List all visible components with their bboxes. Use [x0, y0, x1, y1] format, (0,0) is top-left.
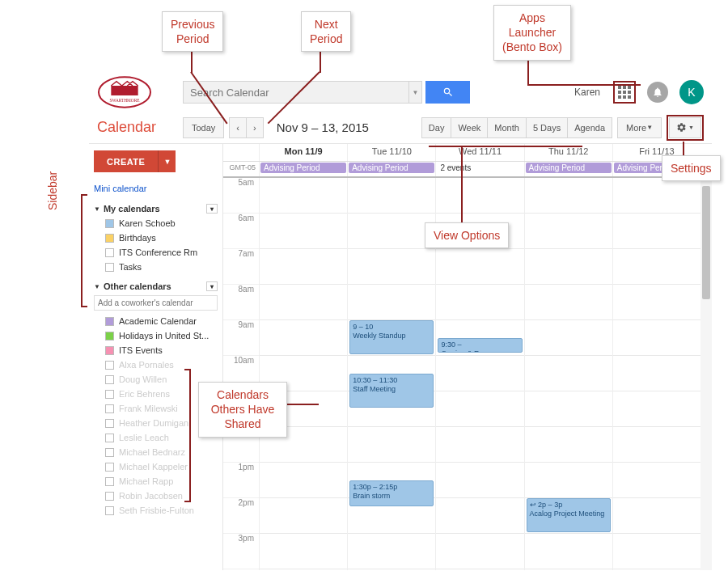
allday-event[interactable]: Advising Period [349, 163, 434, 173]
date-range: Nov 9 – 13, 2015 [277, 121, 369, 134]
time-label: 3pm [223, 534, 259, 569]
calendar-item[interactable]: Tasks [94, 260, 218, 274]
day-column[interactable] [612, 178, 700, 570]
calendar-item[interactable]: Holidays in United St... [94, 328, 218, 343]
svg-rect-1 [111, 86, 138, 95]
calendar-event[interactable]: ↩ 2p – 3pAcalog Project Meeting [527, 498, 611, 532]
triangle-down-icon: ▼ [94, 205, 100, 213]
view-day[interactable]: Day [421, 117, 452, 138]
scrollbar[interactable] [700, 178, 712, 570]
user-name: Karen [574, 87, 600, 98]
calendar-checkbox[interactable] [105, 375, 114, 384]
calendar-checkbox[interactable] [105, 346, 114, 355]
calendar-checkbox[interactable] [105, 492, 114, 501]
calendar-item[interactable]: ITS Conference Rm [94, 245, 218, 260]
topbar: SWARTHMORE ▼ Karen K [89, 73, 712, 112]
allday-summary[interactable]: 2 events [437, 163, 523, 173]
add-coworker-input[interactable] [94, 295, 218, 311]
next-period-button[interactable]: › [246, 117, 264, 138]
today-button[interactable]: Today [183, 117, 224, 138]
my-calendars-header[interactable]: ▼ My calendars ▾ [94, 201, 218, 216]
time-label: 6am [223, 214, 259, 249]
view-month[interactable]: Month [488, 117, 527, 138]
allday-event[interactable]: Advising Period [526, 163, 612, 173]
settings-button[interactable]: ▼ [669, 117, 701, 138]
calendar-item[interactable]: Robin Jacobsen [94, 489, 218, 503]
calendar-item[interactable]: ITS Events [94, 343, 218, 357]
scroll-thumb[interactable] [702, 186, 710, 299]
create-button[interactable]: CREATE [94, 150, 158, 172]
annotation-apps-launcher: Apps Launcher (Bento Box) [493, 5, 571, 61]
app-title: Calendar [97, 119, 178, 136]
other-calendars-menu[interactable]: ▾ [206, 281, 218, 291]
calendar-event[interactable]: 9:30 –Corrine & E [438, 338, 522, 353]
my-calendars-menu[interactable]: ▾ [206, 204, 218, 214]
allday-event[interactable]: Advising Period [260, 163, 346, 173]
mini-calendar-link[interactable]: Mini calendar [94, 180, 218, 197]
time-label: 8am [223, 285, 259, 320]
apps-grid-icon [618, 86, 631, 99]
notifications-button[interactable] [647, 82, 668, 103]
calendar-item[interactable]: Michael Kappeler [94, 459, 218, 474]
calendar-event[interactable]: 9 – 10Weekly Standup [349, 320, 434, 354]
calendar-checkbox[interactable] [105, 404, 114, 413]
calendar-grid: Mon 11/9 Tue 11/10 Wed 11/11 Thu 11/12 F… [222, 144, 712, 570]
calendar-checkbox[interactable] [105, 419, 114, 428]
search-button[interactable] [425, 81, 470, 104]
annotation-shared: Calendars Others Have Shared [198, 382, 287, 438]
calendar-checkbox[interactable] [105, 263, 114, 272]
toolbar: Calendar Today ‹ › Nov 9 – 13, 2015 Day … [89, 112, 712, 144]
calendar-item[interactable]: Michael Bednarz [94, 445, 218, 459]
calendar-event[interactable]: 10:30 – 11:30Staff Meeting [349, 374, 434, 408]
user-avatar[interactable]: K [679, 80, 704, 104]
day-header[interactable]: Tue 11/10 [347, 144, 435, 161]
calendar-checkbox[interactable] [105, 361, 114, 370]
calendar-item[interactable]: Karen Schoeb [94, 216, 218, 231]
annotation-next-period: Next Period [301, 11, 351, 52]
time-label: 1pm [223, 463, 259, 498]
prev-period-button[interactable]: ‹ [229, 117, 246, 138]
day-header[interactable]: Mon 11/9 [259, 144, 347, 161]
calendar-checkbox[interactable] [105, 234, 114, 243]
bell-icon [652, 87, 663, 98]
search-input[interactable] [183, 81, 409, 104]
time-label: 5am [223, 178, 259, 214]
day-column[interactable]: 9 – 10Weekly Standup10:30 – 11:30Staff M… [347, 178, 435, 570]
calendar-checkbox[interactable] [105, 317, 114, 326]
calendar-item[interactable]: Seth Frisbie-Fulton [94, 503, 218, 518]
annotation-prev-period: Previous Period [162, 11, 223, 52]
view-5days[interactable]: 5 Days [527, 117, 568, 138]
annotation-view-options: View Options [425, 222, 509, 248]
calendar-checkbox[interactable] [105, 390, 114, 399]
calendar-checkbox[interactable] [105, 219, 114, 228]
calendar-checkbox[interactable] [105, 448, 114, 457]
other-calendars-header[interactable]: ▼ Other calendars ▾ [94, 279, 218, 294]
chevron-right-icon: › [253, 123, 256, 133]
time-label: 2pm [223, 498, 259, 534]
view-week[interactable]: Week [451, 117, 488, 138]
timezone-label: GMT-05 [223, 162, 259, 176]
svg-text:SWARTHMORE: SWARTHMORE [110, 98, 140, 103]
calendar-item[interactable]: Birthdays [94, 231, 218, 245]
more-button[interactable]: More ▼ [617, 117, 662, 138]
calendar-event[interactable]: 1:30p – 2:15pBrain storm [349, 480, 434, 506]
view-options: Day Week Month 5 Days Agenda [421, 117, 612, 138]
calendar-checkbox[interactable] [105, 506, 114, 515]
calendar-checkbox[interactable] [105, 477, 114, 486]
calendar-checkbox[interactable] [105, 248, 114, 257]
calendar-checkbox[interactable] [105, 332, 114, 341]
search-dropdown[interactable]: ▼ [409, 81, 422, 104]
shared-bracket [184, 369, 191, 502]
day-column[interactable]: ↩ 2p – 3pAcalog Project Meeting [524, 178, 612, 570]
create-dropdown[interactable]: ▼ [158, 150, 176, 172]
calendar-checkbox[interactable] [105, 434, 114, 442]
calendar-item[interactable]: Academic Calendar [94, 314, 218, 328]
calendar-checkbox[interactable] [105, 463, 114, 472]
day-column[interactable] [259, 178, 347, 570]
time-label: 9am [223, 320, 259, 356]
calendar-item[interactable]: Alxa Pornales [94, 357, 218, 372]
search-icon [442, 87, 454, 98]
calendar-item[interactable]: Michael Rapp [94, 474, 218, 489]
view-agenda[interactable]: Agenda [568, 117, 612, 138]
triangle-down-icon: ▼ [94, 283, 100, 290]
